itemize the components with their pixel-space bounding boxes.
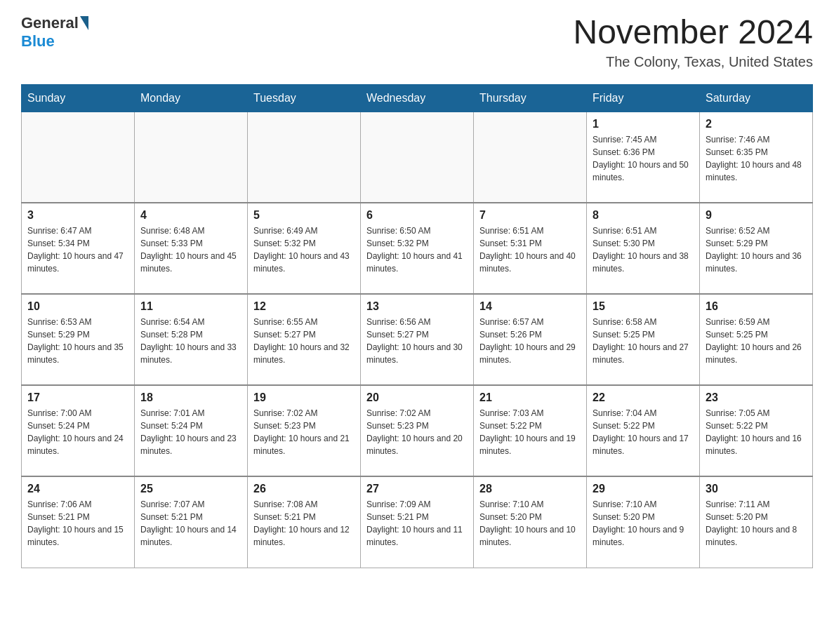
day-number: 6 [366,209,468,222]
day-number: 2 [706,118,807,130]
calendar-cell [22,112,135,203]
day-number: 21 [479,391,581,404]
day-sun-info: Sunrise: 6:58 AM Sunset: 5:25 PM Dayligh… [593,316,694,366]
day-sun-info: Sunrise: 6:54 AM Sunset: 5:28 PM Dayligh… [140,316,241,366]
calendar-cell: 14Sunrise: 6:57 AM Sunset: 5:26 PM Dayli… [474,294,587,385]
location-subtitle: The Colony, Texas, United States [573,54,813,70]
calendar-cell: 16Sunrise: 6:59 AM Sunset: 5:25 PM Dayli… [700,294,813,385]
calendar-cell [361,112,474,203]
day-sun-info: Sunrise: 7:02 AM Sunset: 5:23 PM Dayligh… [253,407,355,457]
day-sun-info: Sunrise: 7:06 AM Sunset: 5:21 PM Dayligh… [27,498,128,549]
calendar-header-row: SundayMondayTuesdayWednesdayThursdayFrid… [22,84,813,112]
calendar-cell: 21Sunrise: 7:03 AM Sunset: 5:22 PM Dayli… [474,385,587,476]
calendar-cell: 28Sunrise: 7:10 AM Sunset: 5:20 PM Dayli… [474,476,587,568]
calendar-cell: 23Sunrise: 7:05 AM Sunset: 5:22 PM Dayli… [700,385,813,476]
calendar-cell: 13Sunrise: 6:56 AM Sunset: 5:27 PM Dayli… [361,294,474,385]
day-number: 27 [366,483,468,495]
day-number: 10 [27,300,128,313]
day-number: 30 [706,483,807,495]
calendar-cell: 1Sunrise: 7:45 AM Sunset: 6:36 PM Daylig… [587,112,700,203]
day-sun-info: Sunrise: 7:02 AM Sunset: 5:23 PM Dayligh… [366,407,468,457]
day-number: 13 [366,300,468,313]
calendar-cell: 30Sunrise: 7:11 AM Sunset: 5:20 PM Dayli… [700,476,813,568]
day-sun-info: Sunrise: 6:51 AM Sunset: 5:31 PM Dayligh… [479,224,581,275]
day-sun-info: Sunrise: 7:04 AM Sunset: 5:22 PM Dayligh… [593,407,694,457]
calendar-week-row: 10Sunrise: 6:53 AM Sunset: 5:29 PM Dayli… [22,294,813,385]
day-sun-info: Sunrise: 7:08 AM Sunset: 5:21 PM Dayligh… [253,498,355,549]
day-number: 28 [479,483,581,495]
day-sun-info: Sunrise: 7:03 AM Sunset: 5:22 PM Dayligh… [479,407,581,457]
calendar-cell: 8Sunrise: 6:51 AM Sunset: 5:30 PM Daylig… [587,203,700,294]
day-number: 14 [479,300,581,313]
logo-blue-text: Blue [21,32,55,50]
calendar-cell: 25Sunrise: 7:07 AM Sunset: 5:21 PM Dayli… [135,476,248,568]
day-sun-info: Sunrise: 6:52 AM Sunset: 5:29 PM Dayligh… [706,224,807,275]
day-sun-info: Sunrise: 6:51 AM Sunset: 5:30 PM Dayligh… [593,224,694,275]
calendar-cell: 5Sunrise: 6:49 AM Sunset: 5:32 PM Daylig… [248,203,361,294]
day-number: 23 [706,391,807,404]
day-of-week-header: Friday [587,84,700,112]
day-sun-info: Sunrise: 7:07 AM Sunset: 5:21 PM Dayligh… [140,498,241,549]
calendar-cell: 15Sunrise: 6:58 AM Sunset: 5:25 PM Dayli… [587,294,700,385]
day-sun-info: Sunrise: 7:10 AM Sunset: 5:20 PM Dayligh… [593,498,694,549]
day-of-week-header: Thursday [474,84,587,112]
calendar-cell: 20Sunrise: 7:02 AM Sunset: 5:23 PM Dayli… [361,385,474,476]
day-of-week-header: Tuesday [248,84,361,112]
day-number: 15 [593,300,694,313]
day-sun-info: Sunrise: 6:55 AM Sunset: 5:27 PM Dayligh… [253,316,355,366]
day-sun-info: Sunrise: 6:56 AM Sunset: 5:27 PM Dayligh… [366,316,468,366]
day-sun-info: Sunrise: 7:00 AM Sunset: 5:24 PM Dayligh… [27,407,128,457]
day-number: 17 [27,391,128,404]
calendar-cell: 3Sunrise: 6:47 AM Sunset: 5:34 PM Daylig… [22,203,135,294]
calendar-cell: 2Sunrise: 7:46 AM Sunset: 6:35 PM Daylig… [700,112,813,203]
day-number: 29 [593,483,694,495]
calendar-cell: 6Sunrise: 6:50 AM Sunset: 5:32 PM Daylig… [361,203,474,294]
calendar-cell: 11Sunrise: 6:54 AM Sunset: 5:28 PM Dayli… [135,294,248,385]
day-number: 18 [140,391,241,404]
calendar-cell: 18Sunrise: 7:01 AM Sunset: 5:24 PM Dayli… [135,385,248,476]
calendar-cell [135,112,248,203]
day-number: 5 [253,209,355,222]
month-title: November 2024 [573,14,813,51]
day-number: 24 [27,483,128,495]
calendar-cell: 29Sunrise: 7:10 AM Sunset: 5:20 PM Dayli… [587,476,700,568]
calendar-week-row: 1Sunrise: 7:45 AM Sunset: 6:36 PM Daylig… [22,112,813,203]
calendar-cell: 7Sunrise: 6:51 AM Sunset: 5:31 PM Daylig… [474,203,587,294]
day-sun-info: Sunrise: 7:01 AM Sunset: 5:24 PM Dayligh… [140,407,241,457]
day-sun-info: Sunrise: 6:57 AM Sunset: 5:26 PM Dayligh… [479,316,581,366]
page-header: General Blue November 2024 The Colony, T… [21,14,813,70]
title-section: November 2024 The Colony, Texas, United … [573,14,813,70]
calendar-table: SundayMondayTuesdayWednesdayThursdayFrid… [21,84,813,568]
calendar-cell: 22Sunrise: 7:04 AM Sunset: 5:22 PM Dayli… [587,385,700,476]
day-number: 16 [706,300,807,313]
day-of-week-header: Monday [135,84,248,112]
day-number: 8 [593,209,694,222]
day-number: 9 [706,209,807,222]
calendar-cell: 17Sunrise: 7:00 AM Sunset: 5:24 PM Dayli… [22,385,135,476]
calendar-week-row: 24Sunrise: 7:06 AM Sunset: 5:21 PM Dayli… [22,476,813,568]
day-sun-info: Sunrise: 7:11 AM Sunset: 5:20 PM Dayligh… [706,498,807,549]
calendar-cell: 12Sunrise: 6:55 AM Sunset: 5:27 PM Dayli… [248,294,361,385]
logo-general-text: General [21,14,79,32]
day-sun-info: Sunrise: 6:47 AM Sunset: 5:34 PM Dayligh… [27,224,128,275]
calendar-cell: 19Sunrise: 7:02 AM Sunset: 5:23 PM Dayli… [248,385,361,476]
day-number: 25 [140,483,241,495]
calendar-cell: 4Sunrise: 6:48 AM Sunset: 5:33 PM Daylig… [135,203,248,294]
day-sun-info: Sunrise: 7:46 AM Sunset: 6:35 PM Dayligh… [706,133,807,184]
day-sun-info: Sunrise: 6:50 AM Sunset: 5:32 PM Dayligh… [366,224,468,275]
day-sun-info: Sunrise: 7:45 AM Sunset: 6:36 PM Dayligh… [593,133,694,184]
logo-triangle-icon [80,16,88,30]
day-number: 7 [479,209,581,222]
day-sun-info: Sunrise: 7:10 AM Sunset: 5:20 PM Dayligh… [479,498,581,549]
calendar-cell [474,112,587,203]
day-sun-info: Sunrise: 7:05 AM Sunset: 5:22 PM Dayligh… [706,407,807,457]
day-number: 1 [593,118,694,130]
day-of-week-header: Wednesday [361,84,474,112]
day-sun-info: Sunrise: 7:09 AM Sunset: 5:21 PM Dayligh… [366,498,468,549]
day-number: 3 [27,209,128,222]
day-number: 26 [253,483,355,495]
day-of-week-header: Saturday [700,84,813,112]
day-sun-info: Sunrise: 6:49 AM Sunset: 5:32 PM Dayligh… [253,224,355,275]
calendar-cell: 27Sunrise: 7:09 AM Sunset: 5:21 PM Dayli… [361,476,474,568]
day-sun-info: Sunrise: 6:53 AM Sunset: 5:29 PM Dayligh… [27,316,128,366]
